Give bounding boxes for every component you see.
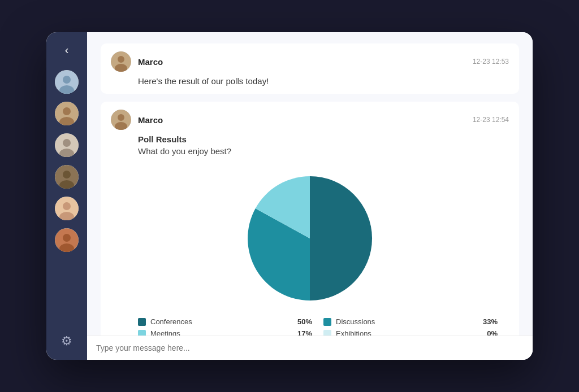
message-block-1: Marco 12-23 12:53 Here's the result of o… (101, 43, 519, 94)
poll-legend: Conferences 50% Discussions 33% Meetings… (138, 317, 498, 336)
poll-question: What do you enjoy best? (138, 146, 509, 156)
message-block-2: Marco 12-23 12:54 Poll Results What do y… (101, 102, 519, 336)
legend-label-conferences: Conferences (150, 317, 291, 326)
legend-dot-conferences (138, 318, 146, 326)
sidebar-bottom: ⚙ (61, 334, 72, 349)
svg-point-10 (63, 171, 71, 178)
legend-label-meetings: Meetings (150, 329, 291, 336)
svg-point-16 (63, 234, 71, 242)
avatar-5[interactable] (55, 197, 79, 220)
avatar-3[interactable] (55, 133, 79, 157)
pie-chart-svg (236, 165, 383, 312)
sender-avatar-2 (111, 110, 131, 130)
legend-dot-discussions (323, 318, 331, 326)
message-time-2: 12-23 12:54 (473, 116, 509, 124)
legend-pct-conferences: 50% (297, 317, 312, 326)
pie-chart-svg-wrapper (111, 165, 509, 312)
sidebar: ‹ ⚙ (46, 32, 87, 360)
poll-title: Poll Results (138, 134, 509, 144)
settings-icon[interactable]: ⚙ (61, 334, 72, 349)
input-bar (87, 336, 533, 360)
svg-point-4 (63, 107, 71, 115)
message-header-2: Marco 12-23 12:54 (111, 110, 509, 130)
svg-point-19 (118, 56, 124, 63)
legend-pct-meetings: 17% (297, 329, 312, 336)
legend-dot-exhibitions (323, 330, 331, 336)
chat-area: Marco 12-23 12:53 Here's the result of o… (87, 32, 533, 336)
legend-item-meetings: Meetings 17% (138, 329, 312, 336)
back-button[interactable]: ‹ (65, 43, 69, 56)
app-shell: ‹ ⚙ (46, 32, 533, 360)
legend-item-discussions: Discussions 33% (323, 317, 498, 326)
message-time-1: 12-23 12:53 (473, 58, 509, 66)
avatar-4[interactable] (55, 165, 79, 189)
legend-pct-discussions: 33% (483, 317, 498, 326)
legend-item-conferences: Conferences 50% (138, 317, 312, 326)
legend-label-discussions: Discussions (336, 317, 476, 326)
sender-name-2: Marco (138, 115, 163, 125)
svg-point-13 (63, 202, 71, 210)
sender-name-1: Marco (138, 57, 163, 67)
sender-avatar-1 (111, 51, 131, 72)
message-input[interactable] (96, 343, 524, 352)
avatar-2[interactable] (55, 102, 79, 125)
avatar-1[interactable] (55, 70, 79, 94)
legend-item-exhibitions: Exhibitions 0% (323, 329, 498, 336)
svg-point-7 (63, 139, 71, 147)
main-area: Marco 12-23 12:53 Here's the result of o… (87, 32, 533, 360)
avatar-6[interactable] (55, 228, 79, 252)
legend-label-exhibitions: Exhibitions (336, 329, 480, 336)
legend-dot-meetings (138, 330, 146, 336)
legend-pct-exhibitions: 0% (487, 329, 498, 336)
svg-point-1 (63, 76, 71, 84)
svg-point-22 (118, 114, 124, 121)
message-text-1: Here's the result of our polls today! (138, 76, 509, 86)
message-header-1: Marco 12-23 12:53 (111, 51, 509, 72)
